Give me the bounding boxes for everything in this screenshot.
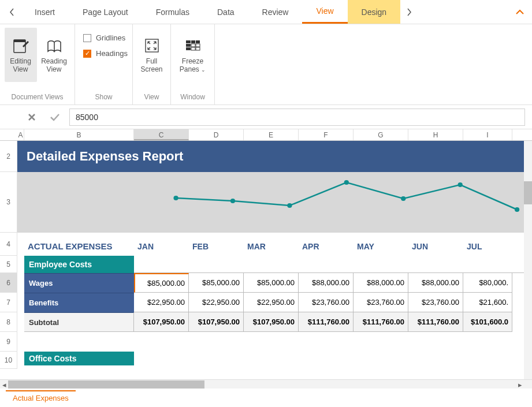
gridlines-checkbox[interactable]: Gridlines bbox=[83, 33, 128, 42]
month-mar: MAR bbox=[244, 242, 299, 256]
col-header-g[interactable]: G bbox=[354, 129, 408, 140]
tab-insert[interactable]: Insert bbox=[21, 0, 69, 24]
headings-checkbox[interactable]: ✓ Headings bbox=[83, 49, 128, 58]
row-header-3[interactable]: 3 bbox=[0, 172, 17, 233]
hscroll-right-icon[interactable]: ▸ bbox=[516, 380, 524, 389]
ribbon-group-show: Gridlines ✓ Headings Show bbox=[75, 24, 133, 104]
confirm-edit-button[interactable] bbox=[46, 109, 64, 126]
headings-label: Headings bbox=[96, 49, 128, 58]
tab-prev[interactable] bbox=[3, 0, 21, 24]
svg-rect-6 bbox=[186, 44, 191, 47]
cell-i7[interactable]: $21,600. bbox=[463, 293, 512, 312]
sheet-tab-actual-expenses[interactable]: Actual Expenses bbox=[6, 390, 76, 405]
row-header-8[interactable]: 8 bbox=[0, 312, 17, 332]
reading-view-button[interactable]: Reading View bbox=[38, 28, 70, 82]
cell-c6[interactable]: $85,000.00 bbox=[134, 273, 189, 293]
ribbon-group-view-label: View bbox=[144, 91, 159, 102]
svg-rect-5 bbox=[196, 40, 200, 43]
cell-g7[interactable]: $23,760.00 bbox=[354, 293, 408, 312]
tab-next[interactable] bbox=[400, 0, 418, 24]
editing-view-button[interactable]: Editing View bbox=[5, 28, 37, 82]
chart bbox=[17, 172, 532, 233]
grid: 2 3 4 5 6 7 8 9 10 Detailed Expenses Rep… bbox=[0, 141, 532, 379]
ribbon-group-views: Editing View Reading View Document Views bbox=[0, 24, 75, 104]
tab-data[interactable]: Data bbox=[203, 0, 248, 24]
month-apr: APR bbox=[299, 242, 354, 256]
reading-view-icon bbox=[45, 36, 64, 55]
ribbon-group-view: Full Screen View bbox=[133, 24, 171, 104]
svg-rect-2 bbox=[146, 39, 158, 52]
svg-rect-10 bbox=[191, 47, 195, 50]
row-headers: 2 3 4 5 6 7 8 9 10 bbox=[0, 141, 17, 379]
col-header-d[interactable]: D bbox=[189, 129, 244, 140]
row-header-4[interactable]: 4 bbox=[0, 233, 17, 256]
row-wages: Wages $85,000.00 $85,000.00 $85,000.00 $… bbox=[17, 273, 532, 293]
col-header-i[interactable]: I bbox=[463, 129, 512, 140]
tab-design[interactable]: Design bbox=[348, 0, 401, 24]
tab-page-layout[interactable]: Page Layout bbox=[69, 0, 142, 24]
cell-c7[interactable]: $22,950.00 bbox=[134, 293, 189, 312]
month-feb: FEB bbox=[189, 242, 244, 256]
ribbon-group-show-label: Show bbox=[95, 91, 112, 102]
col-header-f[interactable]: F bbox=[299, 129, 354, 140]
cells[interactable]: Detailed Expenses Report ACTUAL EXPENSES… bbox=[17, 141, 532, 379]
cell-i6[interactable]: $80,000. bbox=[463, 273, 512, 293]
cell-d8[interactable]: $107,950.00 bbox=[189, 312, 244, 332]
row-benefits: Benefits $22,950.00 $22,950.00 $22,950.0… bbox=[17, 293, 532, 312]
collapse-ribbon-icon[interactable] bbox=[511, 0, 529, 24]
full-screen-button[interactable]: Full Screen bbox=[136, 28, 168, 82]
cell-f7[interactable]: $23,760.00 bbox=[299, 293, 354, 312]
hscroll-thumb[interactable] bbox=[8, 380, 204, 389]
cell-i8[interactable]: $101,600.0 bbox=[463, 312, 512, 332]
svg-rect-1 bbox=[14, 40, 25, 42]
cancel-edit-button[interactable] bbox=[23, 109, 40, 126]
cell-f8[interactable]: $111,760.00 bbox=[299, 312, 354, 332]
vertical-scrollbar[interactable] bbox=[524, 141, 532, 379]
cell-h7[interactable]: $23,760.00 bbox=[408, 293, 463, 312]
col-header-e[interactable]: E bbox=[244, 129, 299, 140]
cell-e8[interactable]: $107,950.00 bbox=[244, 312, 299, 332]
ribbon-group-views-label: Document Views bbox=[12, 91, 64, 102]
cell-c8[interactable]: $107,950.00 bbox=[134, 312, 189, 332]
report-title: Detailed Expenses Report bbox=[17, 141, 532, 172]
cell-d7[interactable]: $22,950.00 bbox=[189, 293, 244, 312]
hscroll-left-icon[interactable]: ◂ bbox=[0, 380, 8, 389]
cell-h8[interactable]: $111,760.00 bbox=[408, 312, 463, 332]
freeze-panes-icon bbox=[184, 36, 202, 55]
cell-g8[interactable]: $111,760.00 bbox=[354, 312, 408, 332]
freeze-panes-button[interactable]: Freeze Panes ⌄ bbox=[177, 28, 209, 82]
vscroll-thumb[interactable] bbox=[524, 181, 532, 204]
cat-label: Office Costs bbox=[24, 352, 134, 365]
section-label: ACTUAL EXPENSES bbox=[24, 241, 134, 256]
tab-view[interactable]: View bbox=[302, 0, 347, 24]
col-header-a[interactable]: A bbox=[17, 129, 24, 140]
row-header-6[interactable]: 6 bbox=[0, 273, 17, 293]
cat-office-costs: Office Costs bbox=[17, 352, 532, 369]
ribbon-group-window-label: Window bbox=[180, 91, 205, 102]
cell-g6[interactable]: $88,000.00 bbox=[354, 273, 408, 293]
col-header-b[interactable]: B bbox=[24, 129, 134, 140]
editing-view-icon bbox=[12, 36, 30, 55]
cell-h6[interactable]: $88,000.00 bbox=[408, 273, 463, 293]
row-subtotal: Subtotal $107,950.00 $107,950.00 $107,95… bbox=[17, 312, 532, 332]
tab-review[interactable]: Review bbox=[248, 0, 303, 24]
cell-e7[interactable]: $22,950.00 bbox=[244, 293, 299, 312]
row-header-2[interactable]: 2 bbox=[0, 141, 17, 172]
cell-f6[interactable]: $88,000.00 bbox=[299, 273, 354, 293]
col-header-h[interactable]: H bbox=[408, 129, 463, 140]
cell-d6[interactable]: $85,000.00 bbox=[189, 273, 244, 293]
svg-rect-3 bbox=[186, 40, 191, 43]
row-header-9[interactable]: 9 bbox=[0, 332, 17, 352]
horizontal-scrollbar[interactable]: ◂ ▸ bbox=[0, 379, 532, 389]
cell-e6[interactable]: $85,000.00 bbox=[244, 273, 299, 293]
editing-view-label: Editing View bbox=[10, 57, 31, 73]
row-header-5[interactable]: 5 bbox=[0, 256, 17, 273]
checkbox-icon bbox=[83, 34, 91, 42]
month-jul: JUL bbox=[463, 242, 512, 256]
row-header-7[interactable]: 7 bbox=[0, 293, 17, 312]
formula-input[interactable] bbox=[69, 109, 525, 126]
row-header-10[interactable]: 10 bbox=[0, 352, 17, 369]
tab-formulas[interactable]: Formulas bbox=[142, 0, 203, 24]
formula-bar bbox=[0, 105, 532, 129]
col-header-c[interactable]: C bbox=[134, 129, 189, 140]
